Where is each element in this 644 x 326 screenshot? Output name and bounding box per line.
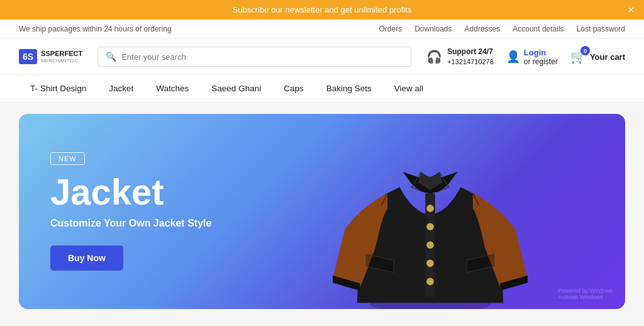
top-nav-links: Orders Downloads Addresses Account detai… — [379, 25, 625, 33]
hero-subtitle: Customize Your Own Jacket Style — [50, 216, 211, 230]
nav-item-watches[interactable]: Watches — [145, 75, 200, 102]
logo-name: SSPERFECT MERCHANTLLC — [41, 50, 82, 64]
svg-point-2 — [426, 205, 434, 213]
logo-icon: 6S — [19, 49, 37, 64]
hero-section: NEW Jacket Customize Your Own Jacket Sty… — [19, 114, 625, 309]
svg-point-4 — [426, 242, 434, 249]
main-nav: T- Shirt Design Jacket Watches Saeed Gha… — [0, 75, 644, 103]
auth-block[interactable]: 👤 Login or register — [506, 48, 558, 66]
header: 6S SSPERFECT MERCHANTLLC 🔍 🎧 Support 24/… — [0, 39, 644, 75]
register-link[interactable]: or register — [524, 57, 558, 66]
svg-point-3 — [426, 223, 434, 231]
search-input[interactable] — [121, 52, 403, 62]
nav-item-saeed[interactable]: Saeed Ghani — [200, 75, 272, 102]
buy-now-button[interactable]: Buy Now — [50, 245, 123, 271]
hero-badge: NEW — [50, 152, 85, 165]
cart-icon: 🛒 0 — [570, 49, 586, 64]
search-bar[interactable]: 🔍 — [97, 47, 411, 67]
shipping-text: We ship packages within 24 hours of orde… — [19, 25, 172, 33]
nav-item-viewall[interactable]: View all — [383, 75, 435, 102]
support-block: 🎧 Support 24/7 +13214710278 — [426, 47, 494, 67]
lost-password-link[interactable]: Lost password — [577, 25, 625, 33]
logo[interactable]: 6S SSPERFECT MERCHANTLLC — [19, 49, 82, 64]
svg-point-5 — [426, 260, 434, 267]
nav-item-jacket[interactable]: Jacket — [97, 75, 145, 102]
svg-point-6 — [426, 278, 434, 286]
announcement-bar: Subscribe our newsletter and get unlimit… — [0, 0, 644, 20]
person-icon: 👤 — [506, 50, 520, 64]
nav-item-caps[interactable]: Caps — [272, 75, 315, 102]
shipping-bar: We ship packages within 24 hours of orde… — [0, 20, 644, 39]
announcement-text: Subscribe our newsletter and get unlimit… — [233, 5, 412, 14]
account-details-link[interactable]: Account details — [513, 25, 564, 33]
cart-label: Your cart — [590, 52, 625, 62]
headset-icon: 🎧 — [426, 49, 442, 64]
cart-badge: 0 — [580, 46, 590, 55]
login-link[interactable]: Login — [524, 48, 546, 57]
orders-link[interactable]: Orders — [379, 25, 402, 33]
hero-watermark: Powered by WindowsActivate Windows — [558, 288, 613, 300]
search-icon: 🔍 — [106, 52, 116, 62]
jacket-svg — [323, 114, 537, 309]
support-text: Support 24/7 +13214710278 — [447, 47, 494, 67]
hero-content: NEW Jacket Customize Your Own Jacket Sty… — [19, 127, 243, 296]
hero-title: Jacket — [50, 174, 211, 210]
close-icon[interactable]: × — [628, 4, 634, 16]
downloads-link[interactable]: Downloads — [414, 25, 452, 33]
cart-block[interactable]: 🛒 0 Your cart — [570, 49, 625, 64]
nav-item-baking[interactable]: Baking Sets — [315, 75, 383, 102]
nav-item-shirt[interactable]: T- Shirt Design — [19, 75, 97, 102]
addresses-link[interactable]: Addresses — [465, 25, 501, 33]
auth-text: Login or register — [524, 48, 558, 66]
header-right: 🎧 Support 24/7 +13214710278 👤 Login or r… — [426, 47, 625, 67]
hero-jacket-image — [298, 114, 562, 309]
